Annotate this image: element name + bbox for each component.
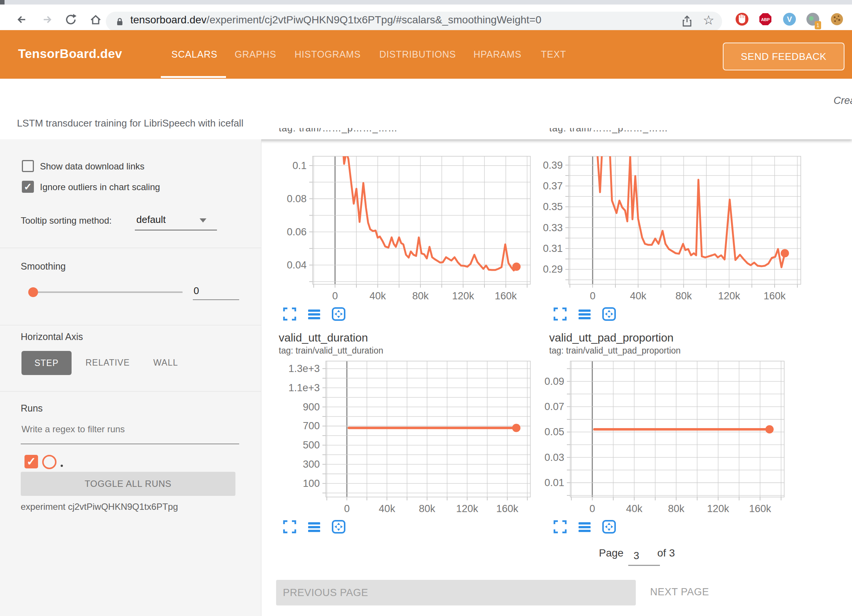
axis-wall-button[interactable]: WALL [153,358,178,368]
svg-text:160k: 160k [496,503,518,514]
home-icon[interactable] [89,13,102,26]
tooltip-underline [135,230,217,230]
tooltip-sorting-label: Tooltip sorting method: [21,215,111,226]
settings-sidebar: Show data download links ✓ Ignore outlie… [0,139,261,616]
back-icon[interactable] [15,13,29,26]
svg-text:0.37: 0.37 [543,180,563,192]
divider [0,391,261,392]
svg-text:1.1e+3: 1.1e+3 [289,382,320,393]
expand-chart-icon[interactable] [553,307,567,323]
toggle-all-runs-button[interactable]: TOGGLE ALL RUNS [21,472,235,496]
reload-icon[interactable] [64,13,78,26]
divider [0,325,261,325]
chart-title: valid_utt_duration [279,331,368,344]
show-download-label: Show data download links [40,161,145,172]
expand-chart-icon[interactable] [282,307,297,323]
svg-text:0.35: 0.35 [543,201,563,212]
chart-tag: tag: train/valid_utt_duration [279,346,383,356]
svg-text:700: 700 [303,420,320,432]
smoothing-slider-track[interactable] [33,291,183,293]
previous-page-button[interactable]: PREVIOUS PAGE [276,580,636,605]
svg-text:120k: 120k [707,503,729,514]
axis-relative-button[interactable]: RELATIVE [86,358,130,368]
expand-chart-icon[interactable] [553,520,567,535]
chart-plot[interactable]: 0.10.080.060.04040k80k120k160k [264,156,542,306]
tab-scalars[interactable]: SCALARS [171,49,217,60]
tooltip-sorting-select[interactable]: default [136,214,166,226]
toggle-y-axis-icon[interactable] [577,307,592,323]
chart-plot[interactable]: 1.3e+31.1e+3900700500300100040k80k120k16… [264,361,542,519]
toggle-y-axis-icon[interactable] [577,520,592,535]
send-feedback-button[interactable]: SEND FEEDBACK [723,43,844,70]
chart-plot[interactable]: 0.390.370.350.330.310.29040k80k120k160k [534,156,812,306]
url-text: tensorboard.dev/experiment/cj2vtPiwQHKN9… [130,14,541,26]
tab-text[interactable]: TEXT [541,49,566,60]
svg-text:0.05: 0.05 [544,426,564,438]
expand-chart-icon[interactable] [282,520,297,535]
browser-tab-edge [0,0,5,5]
browser-toolbar: ☆ tensorboard.dev/experiment/cj2vtPiwQHK… [0,5,852,30]
fit-domain-icon[interactable] [602,520,616,535]
fit-domain-icon[interactable] [331,520,346,535]
svg-text:0.01: 0.01 [544,477,564,488]
svg-text:0.31: 0.31 [543,243,563,254]
svg-text:120k: 120k [452,290,474,302]
svg-text:0: 0 [332,290,338,302]
app-header: TensorBoard.dev SCALARSGRAPHSHISTOGRAMSD… [0,30,852,79]
fit-domain-icon[interactable] [602,307,616,323]
smoothing-value-input[interactable] [193,285,241,297]
chart-tag-clipped: tag: train/……_p……_…… [549,128,745,134]
cookie-extension-icon[interactable] [830,12,844,26]
tab-graphs[interactable]: GRAPHS [235,49,276,60]
run-checkbox[interactable]: ✓ [24,455,38,468]
experiment-id-label: experiment cj2vtPiwQHKN9Q1tx6PTpg [21,502,178,512]
app-logo[interactable]: TensorBoard.dev [18,47,122,61]
fit-domain-icon[interactable] [331,307,346,323]
ignore-outliers-label: Ignore outliers in chart scaling [40,182,160,192]
divider [0,248,261,248]
tab-distributions[interactable]: DISTRIBUTIONS [379,49,456,60]
chart-toolbar [553,307,616,323]
svg-text:80k: 80k [675,290,692,302]
share-icon[interactable] [680,15,694,30]
svg-text:40k: 40k [630,290,646,302]
next-page-button[interactable]: NEXT PAGE [650,586,709,598]
adblock-extension-icon[interactable] [735,12,749,26]
svg-text:0.09: 0.09 [544,376,564,387]
horizontal-axis-label: Horizontal Axis [21,331,83,342]
chart-toolbar [282,307,346,323]
run-color-swatch[interactable] [42,455,56,469]
smoothing-underline [193,299,239,300]
chart-card-valid_utt_pad_proportion: valid_utt_pad_proportiontag: train/valid… [534,328,799,542]
axis-step-button[interactable]: STEP [21,351,72,375]
tab-hparams[interactable]: HPARAMS [473,49,521,60]
chart-card-c2: tag: train/……_p……_……0.390.370.350.330.31… [534,128,816,329]
lock-icon[interactable] [114,16,125,29]
toggle-y-axis-icon[interactable] [307,307,321,323]
v-extension-icon[interactable]: V [783,12,796,26]
svg-text:160k: 160k [495,290,517,302]
chart-toolbar [282,520,346,535]
chart-card-valid_utt_duration: valid_utt_durationtag: train/valid_utt_d… [264,328,545,542]
svg-text:80k: 80k [419,503,435,514]
ignore-outliers-checkbox[interactable]: ✓ [22,181,34,193]
forward-icon[interactable] [40,13,54,26]
abp-extension-icon[interactable]: ABP [759,12,772,26]
chart-tag-clipped: tag: train/……_p……_…… [279,128,475,134]
show-download-checkbox[interactable] [22,160,34,172]
svg-text:1.3e+3: 1.3e+3 [289,363,320,374]
tab-histograms[interactable]: HISTOGRAMS [295,49,361,60]
chart-plot[interactable]: 0.090.070.050.030.01040k80k120k160k [534,361,796,519]
run-regex-input[interactable] [21,424,240,435]
toggle-y-axis-icon[interactable] [307,520,321,535]
bookmark-star-icon[interactable]: ☆ [703,12,714,27]
chevron-down-icon [200,218,206,223]
svg-text:0: 0 [589,503,595,514]
svg-text:0.33: 0.33 [543,222,563,233]
smoothing-slider-thumb[interactable] [28,287,38,297]
page-number-input[interactable] [630,550,661,562]
svg-text:80k: 80k [668,503,684,514]
chart-toolbar [553,520,616,535]
extension-badge: 1 [815,21,821,29]
url-domain: tensorboard.dev [130,14,206,26]
